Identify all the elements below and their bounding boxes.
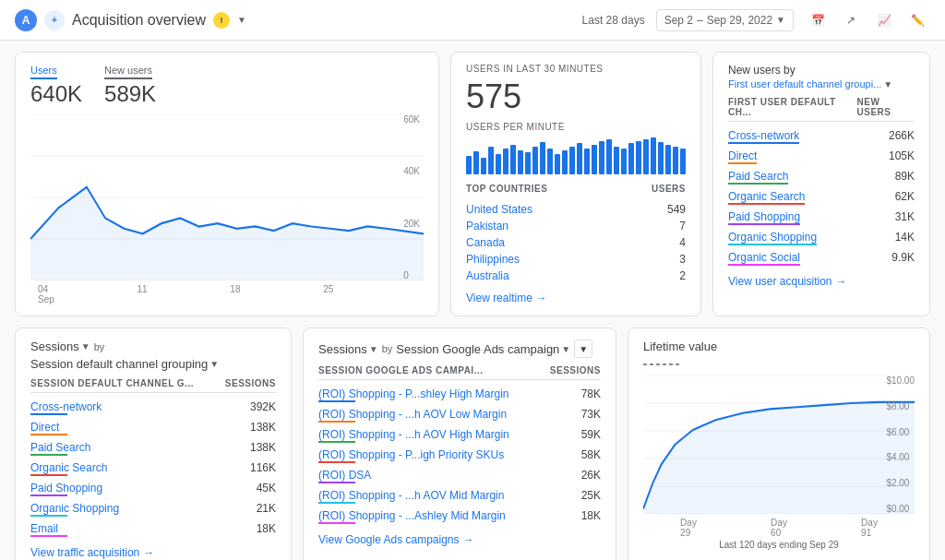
country-name-us[interactable]: United States [466, 203, 532, 216]
sessions-row-direct: Direct 138K [30, 417, 276, 437]
lt-x-91: Day91 [861, 518, 878, 538]
mini-bar-item [540, 142, 545, 174]
mini-bar-item [621, 149, 627, 174]
calendar-icon[interactable]: 📅 [805, 7, 831, 33]
country-users-ph: 3 [679, 253, 686, 266]
google-ads-val-1: 78K [581, 387, 601, 400]
arrow-icon-2: → [836, 275, 847, 288]
google-ads-title-link[interactable]: Sessions ▼ [318, 342, 378, 356]
chart-header: Users 640K New users 589K [30, 64, 424, 107]
sessions-name-email[interactable]: Email [30, 522, 58, 535]
view-traffic-link[interactable]: View traffic acquisition → [30, 546, 276, 559]
country-name-ca[interactable]: Canada [466, 236, 505, 249]
users-label[interactable]: Users [30, 65, 57, 79]
row-name-direct[interactable]: Direct [728, 149, 757, 162]
subtitle-chevron: ▼ [883, 79, 892, 89]
sessions-row-organic-shopping: Organic Shopping 21K [30, 498, 276, 518]
country-row-us: United States 549 [466, 201, 686, 218]
users-chart-card: Users 640K New users 589K [15, 52, 439, 316]
google-ads-val-4: 58K [581, 448, 601, 461]
sessions-grouping-link[interactable]: Session default channel grouping ▼ [30, 357, 219, 371]
main-content: Users 640K New users 589K [0, 41, 945, 560]
lifetime-legend [643, 361, 915, 368]
google-ads-card: Sessions ▼ by Session Google Ads campaig… [303, 328, 616, 560]
lt-y-6: $6.00 [886, 427, 915, 437]
sessions-name-paid-search[interactable]: Paid Search [30, 441, 90, 454]
view-realtime-link[interactable]: View realtime → [466, 292, 686, 304]
row-name-organic-social[interactable]: Organic Social [728, 251, 800, 264]
country-users-au: 2 [679, 269, 686, 282]
mini-bar-item [577, 143, 582, 174]
share-icon[interactable]: ↗ [838, 7, 864, 33]
google-ads-row-5: (ROI) DSA 26K [318, 465, 601, 485]
row-name-paid-search[interactable]: Paid Search [728, 170, 788, 183]
country-row-ph: Philippines 3 [466, 251, 686, 268]
sessions-val-organic-search: 116K [250, 461, 276, 474]
google-ads-name-6[interactable]: (ROI) Shopping - ...h AOV Mid Margin [318, 489, 504, 502]
mini-bar-item [510, 145, 516, 174]
date-range-picker[interactable]: Sep 2 – Sep 29, 2022 ▼ [656, 9, 794, 31]
sessions-name-cross[interactable]: Cross-network [30, 400, 102, 413]
google-ads-campaign-link[interactable]: Session Google Ads campaign ▼ [396, 342, 570, 356]
country-name-pk[interactable]: Pakistan [466, 220, 508, 232]
edit-icon[interactable]: ✏️ [904, 7, 930, 33]
line-chart-svg [30, 114, 424, 280]
row-name-cross[interactable]: Cross-network [728, 129, 799, 142]
lifetime-title-text: Lifetime value [643, 340, 717, 353]
google-ads-name-4[interactable]: (ROI) Shopping - P...igh Priority SKUs [318, 448, 504, 461]
analytics-icon[interactable]: 📈 [871, 7, 897, 33]
lt-y-8: $8.00 [886, 401, 915, 411]
lifetime-subtitle: Last 120 days ending Sep 29 [643, 540, 915, 550]
mini-bar-item [599, 141, 604, 174]
new-users-label[interactable]: New users [104, 65, 152, 79]
col1-header: FIRST USER DEFAULT CH... [728, 97, 856, 117]
table-row-paid-shopping: Paid Shopping 31K [728, 207, 915, 227]
lt-y-10: $10.00 [886, 375, 915, 386]
google-ads-name-3[interactable]: (ROI) Shopping - ...h AOV High Margin [318, 428, 509, 441]
google-ads-name-1[interactable]: (ROI) Shopping - P...shley High Margin [318, 387, 509, 400]
sessions-grouping-chevron: ▼ [209, 359, 219, 369]
date-from: Sep 2 [664, 14, 693, 27]
table-row-organic-shopping: Organic Shopping 14K [728, 227, 915, 247]
new-users-subtitle[interactable]: First user default channel groupi... ▼ [728, 78, 915, 89]
mini-bar-item [481, 158, 486, 174]
realtime-value: 575 [466, 77, 686, 116]
country-name-ph[interactable]: Philippines [466, 253, 520, 266]
country-name-au[interactable]: Australia [466, 269, 509, 282]
sessions-name-direct[interactable]: Direct [30, 421, 59, 434]
lifetime-fill [643, 402, 915, 514]
view-google-ads-link[interactable]: View Google Ads campaigns → [318, 533, 601, 546]
app-logo: A [15, 9, 37, 31]
sessions-card-title: Sessions ▼ by Session default channel gr… [30, 340, 276, 371]
y-axis-labels: 60K 40K 20K 0 [400, 114, 424, 280]
filter-icon[interactable]: ▼ [574, 340, 592, 358]
dashed-line-icon [643, 361, 680, 368]
sessions-name-paid-shopping[interactable]: Paid Shopping [30, 482, 102, 494]
mini-bar-item [665, 145, 671, 174]
row-name-organic-shopping[interactable]: Organic Shopping [728, 231, 817, 244]
view-user-acquisition-link[interactable]: View user acquisition → [728, 275, 915, 288]
google-ads-name-7[interactable]: (ROI) Shopping - ...Ashley Mid Margin [318, 509, 506, 522]
y-label-0: 0 [403, 270, 420, 280]
new-tab-button[interactable]: + [44, 10, 65, 30]
arrow-icon-3: → [143, 546, 154, 559]
google-ads-name-5[interactable]: (ROI) DSA [318, 469, 371, 482]
sessions-name-organic-search[interactable]: Organic Search [30, 461, 107, 474]
x-label-18: 18 [230, 284, 240, 304]
country-row-ca: Canada 4 [466, 234, 686, 251]
mini-bar-item [606, 139, 612, 174]
sessions-table-body: Cross-network 392K Direct 138K Paid Sear… [30, 397, 276, 539]
google-ads-row-7: (ROI) Shopping - ...Ashley Mid Margin 18… [318, 506, 601, 526]
google-ads-name-2[interactable]: (ROI) Shopping - ...h AOV Low Margin [318, 408, 507, 421]
row-name-paid-shopping[interactable]: Paid Shopping [728, 210, 800, 223]
row-name-organic-search[interactable]: Organic Search [728, 190, 805, 203]
sessions-title-link[interactable]: Sessions ▼ [30, 340, 90, 353]
date-range-label: Last 28 days [582, 14, 645, 27]
sessions-name-organic-shopping[interactable]: Organic Shopping [30, 502, 119, 515]
google-ads-row-4: (ROI) Shopping - P...igh Priority SKUs 5… [318, 445, 601, 465]
google-ads-table-header: SESSION GOOGLE ADS CAMPAI... SESSIONS [318, 365, 601, 380]
title-dropdown[interactable]: ▼ [237, 15, 246, 25]
country-users-ca: 4 [679, 236, 686, 249]
mini-bar-item [651, 137, 656, 174]
sessions-col1-header: SESSION DEFAULT CHANNEL G... [30, 378, 194, 388]
